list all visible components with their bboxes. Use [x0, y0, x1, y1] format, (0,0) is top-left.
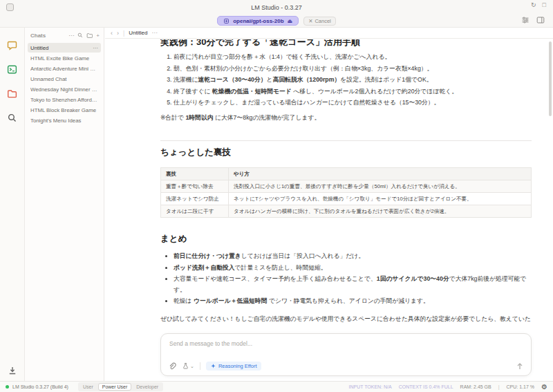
assistant-message: 実践例：30分で完了する「速乾コース」活用手順 前夜に汚れが目立つ部分を酢＋水（… [105, 39, 553, 326]
tab-more-icon[interactable]: ⋯ [151, 30, 157, 36]
chat-list-item[interactable]: HTML Excite Bike Game [28, 53, 101, 63]
chat-list-item[interactable]: Untitled ⋯ [28, 43, 101, 53]
send-button[interactable] [516, 362, 524, 371]
chat-list-item[interactable]: Tonight's Menu Ideas [28, 115, 101, 125]
tab-back-icon[interactable]: ‹ [111, 30, 113, 37]
input-token-status: INPUT TOKEN: N/A [349, 384, 392, 389]
new-chat-icon[interactable]: + [96, 32, 100, 39]
app-menu-icon[interactable] [6, 3, 14, 11]
attach-file-icon[interactable] [168, 362, 176, 371]
chat-main-area: ‹ › | Untitled ⋯ 実践例：30分で完了する「速乾コース」活用手順… [105, 28, 553, 381]
maximize-icon[interactable]: □ [543, 1, 546, 8]
chat-list: Untitled ⋯ HTML Excite Bike Game Antarct… [25, 43, 104, 125]
discover-page-icon[interactable] [6, 111, 19, 124]
composer-divider [200, 362, 200, 370]
table-header-row: 裏技 やり方 [161, 167, 532, 180]
toggle-sidebar-icon[interactable] [536, 16, 545, 24]
mode-power-user[interactable]: Power User [98, 383, 132, 391]
chat-list-item[interactable]: Unnamed Chat [28, 74, 101, 84]
summary-item: 大容量モードや速乾コース、タイマー予約を上手く組み合わせることで、1回のサイクル… [174, 274, 532, 295]
model-chip-icon [223, 18, 229, 24]
chevron-down-icon: ⌄ [190, 364, 194, 369]
message-input[interactable]: Send a message to the model... ⌄ Reasoni… [160, 333, 532, 376]
table-row: 洗濯ネットでシワ防止ネットにTシャツやブラウスを入れ、乾燥機の「シワ取り」モード… [161, 192, 532, 205]
chats-panel-title: Chats [30, 32, 65, 39]
summary-list: 前日に仕分け・つけ置きしておけば当日は「投入口へ入れる」だけ。 ポッド洗剤＋自動… [160, 251, 532, 307]
titlebar: LM Studio - 0.3.27 ↻ □ openai/gpt-oss-20… [0, 0, 553, 28]
summary-heading: まとめ [160, 234, 532, 245]
tab-untitled[interactable]: Untitled [129, 30, 147, 36]
developer-page-icon[interactable] [6, 63, 19, 75]
step-item: 朝、色別・素材別の小分けかごから必要分だけ取り出す（例：白物×3kg、カラー衣類… [174, 64, 532, 75]
summary-item: ポッド洗剤＋自動投入で計量ミスを防止し、時間短縮。 [174, 263, 532, 274]
summary-item: 前日に仕分け・つけ置きしておけば当日は「投入口へ入れる」だけ。 [174, 251, 532, 262]
status-bar: LM Studio 0.3.27 (Build 4) User Power Us… [0, 381, 553, 392]
chat-list-item[interactable]: Tokyo to Shenzhen Affordable Travel... [28, 95, 101, 104]
table-row: 重曹＋酢で匂い除去洗剤投入口に小さじ1の重曹、最後のすすぎ時に酢を少量（50ml… [161, 180, 532, 192]
tips-table: 裏技 やり方 重曹＋酢で匂い除去洗剤投入口に小さじ1の重曹、最後のすすぎ時に酢を… [160, 167, 532, 218]
chats-search-icon[interactable] [77, 32, 83, 38]
table-row: タオルは二段に干すタオルはハンガーの横棒に掛け、下に別のタオルを重ねるだけで表面… [161, 205, 532, 217]
prompt-tools-button[interactable]: ⌄ [182, 362, 194, 370]
eject-model-icon[interactable]: ⏏ [288, 18, 293, 24]
chat-item-more-icon[interactable]: ⋯ [93, 45, 98, 51]
tips-heading: ちょっとした裏技 [160, 147, 532, 158]
window-title: LM Studio - 0.3.27 [251, 4, 302, 11]
sliders-icon[interactable] [521, 16, 529, 24]
ram-usage: RAM: 2.45 GB [460, 384, 491, 389]
status-green-dot [6, 385, 9, 389]
mode-developer[interactable]: Developer [133, 384, 162, 390]
chat-list-item[interactable]: Wednesday Night Dinner Recomme... [28, 84, 101, 94]
cancel-button[interactable]: ✕ Cancel [303, 17, 336, 26]
context-status: CONTEXT IS 0.4% FULL [399, 384, 453, 389]
tab-forward-icon[interactable]: › [117, 30, 119, 37]
cpu-usage: CPU: 1.17 % [507, 384, 534, 389]
tab-bar: ‹ › | Untitled ⋯ [105, 28, 553, 39]
chats-more-icon[interactable]: ⋯ [68, 32, 74, 39]
model-selector[interactable]: openai/gpt-oss-20b ⏏ [217, 16, 299, 26]
model-name: openai/gpt-oss-20b [233, 18, 283, 24]
settings-gear-icon[interactable]: ⚙ [541, 383, 547, 391]
chat-list-item[interactable]: Antarctic Adventure Mini Game [28, 64, 101, 73]
left-rail [0, 28, 25, 381]
section-divider [160, 140, 532, 141]
total-time-note: ※合計で 1時間以内 に大体7〜8kgの洗濯物が完了します。 [160, 113, 532, 124]
step-item: 終了後すぐに 乾燥機の低温・短時間モード へ移し、ウールボール2個入れるだけで約… [174, 86, 532, 97]
flask-icon [182, 362, 189, 370]
input-placeholder: Send a message to the model... [161, 334, 531, 347]
step-item: 洗濯機に速乾コース（30〜40分）と高回転脱水（1200rpm）を設定。洗剤はポ… [174, 75, 532, 86]
reasoning-effort-button[interactable]: Reasoning Effort [206, 362, 261, 371]
app-version: LM Studio 0.3.27 (Build 4) [12, 384, 68, 389]
chat-list-item[interactable]: HTML Block Breaker Game [28, 105, 101, 115]
user-mode-switch: User Power User Developer [78, 382, 163, 391]
message-heading: 実践例：30分で完了する「速乾コース」活用手順 [160, 39, 532, 48]
step-item: 前夜に汚れが目立つ部分を酢＋水（1:4）で軽く予洗いし、洗濯かごへ入れる。 [174, 52, 532, 63]
update-refresh-icon[interactable]: ↻ [531, 1, 536, 8]
summary-item: 乾燥は ウールボール＋低温短時間 でシワ・静電気も抑えられ、アイロンの手間が減り… [174, 296, 532, 307]
closing-paragraph: ぜひ試してみてください！もしご自宅の洗濯機のモデルや使用できるスペースに合わせた… [160, 314, 532, 326]
reasoning-icon [210, 363, 216, 369]
mode-user[interactable]: User [79, 384, 97, 390]
my-models-page-icon[interactable] [6, 87, 19, 100]
step-item: 仕上がりをチェックし、まだ湿っている場合はハンガーにかけて自然乾燥させる（15〜… [174, 97, 532, 109]
close-icon: ✕ [308, 18, 312, 24]
chat-page-icon[interactable] [6, 39, 19, 51]
new-folder-icon[interactable] [86, 32, 93, 39]
steps-list: 前夜に汚れが目立つ部分を酢＋水（1:4）で軽く予洗いし、洗濯かごへ入れる。 朝、… [160, 52, 532, 109]
chats-panel: Chats ⋯ + Untitled ⋯ HTML Excite Bike Ga… [25, 28, 104, 381]
downloads-icon[interactable] [0, 366, 25, 375]
tab-separator: | [123, 30, 124, 37]
